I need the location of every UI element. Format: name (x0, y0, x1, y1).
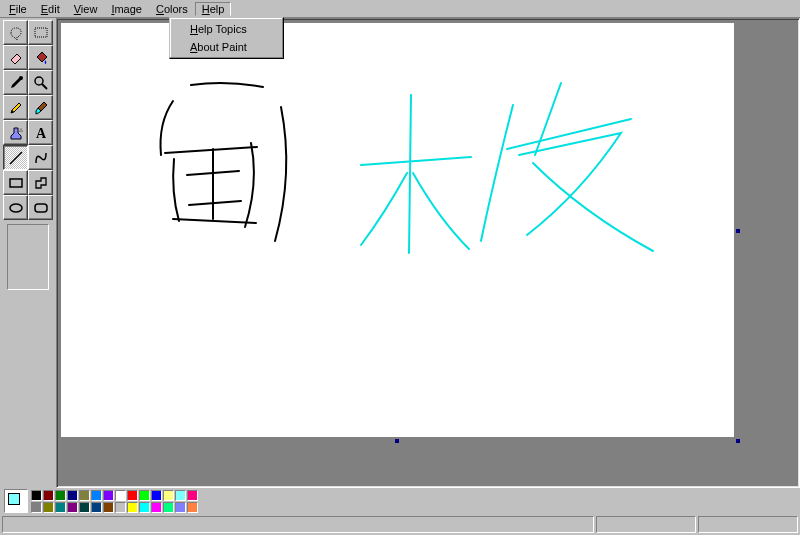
menu-colors[interactable]: Colors (149, 2, 195, 16)
menu-label: File (9, 3, 27, 15)
canvas-stroke (519, 133, 621, 235)
canvas-stroke (413, 173, 469, 249)
eraser-tool-button[interactable] (3, 45, 28, 70)
color-swatch[interactable] (31, 502, 42, 513)
menu-label: Image (111, 3, 142, 15)
color-swatch[interactable] (31, 490, 42, 501)
tool-options-box (7, 224, 49, 290)
rectangle-tool-icon (8, 175, 24, 191)
canvas-stroke (275, 107, 286, 241)
color-swatch[interactable] (127, 490, 138, 501)
fill-tool-icon (33, 50, 49, 66)
canvas-stroke (161, 101, 174, 155)
line-tool-icon (8, 150, 24, 166)
canvas-stroke (361, 173, 407, 245)
free-select-tool-button[interactable] (3, 20, 28, 45)
color-swatch[interactable] (151, 502, 162, 513)
color-swatch[interactable] (175, 502, 186, 513)
canvas-resize-handle-s[interactable] (395, 439, 399, 443)
menu-about-paint[interactable]: About Paint (172, 38, 281, 56)
color-swatch[interactable] (115, 490, 126, 501)
color-swatch[interactable] (55, 502, 66, 513)
color-swatch[interactable] (127, 502, 138, 513)
color-swatch[interactable] (103, 490, 114, 501)
color-swatch[interactable] (79, 502, 90, 513)
brush-tool-button[interactable] (28, 95, 53, 120)
pencil-tool-button[interactable] (3, 95, 28, 120)
color-swatch[interactable] (79, 490, 90, 501)
rounded-rect-tool-icon (33, 200, 49, 216)
color-swatch[interactable] (91, 490, 102, 501)
polygon-tool-icon (33, 175, 49, 191)
curve-tool-button[interactable] (28, 145, 53, 170)
canvas-stroke (409, 95, 411, 253)
canvas-resize-handle-se[interactable] (736, 439, 740, 443)
color-swatch[interactable] (55, 490, 66, 501)
pencil-tool-icon (8, 100, 24, 116)
canvas-stroke (245, 143, 254, 227)
status-size-pane (698, 516, 798, 533)
current-foreground-swatch (8, 493, 20, 505)
canvas-resize-handle-e[interactable] (736, 229, 740, 233)
color-swatch[interactable] (163, 490, 174, 501)
rectangle-tool-button[interactable] (3, 170, 28, 195)
dropdown-label: Help Topics (190, 23, 247, 35)
menu-label: Edit (41, 3, 60, 15)
menu-file[interactable]: File (2, 2, 34, 16)
menu-label: Colors (156, 3, 188, 15)
color-swatch[interactable] (43, 502, 54, 513)
toolbox (0, 18, 56, 488)
eraser-tool-icon (8, 50, 24, 66)
fill-tool-button[interactable] (28, 45, 53, 70)
menu-help-topics[interactable]: Help Topics (172, 20, 281, 38)
status-position-pane (596, 516, 696, 533)
text-tool-button[interactable] (28, 120, 53, 145)
color-swatch[interactable] (91, 502, 102, 513)
status-bar (0, 514, 800, 535)
canvas-stroke (189, 201, 241, 205)
text-tool-icon (33, 125, 49, 141)
color-swatch[interactable] (43, 490, 54, 501)
canvas-stroke (173, 219, 256, 223)
canvas-stroke (533, 163, 653, 251)
free-select-tool-icon (8, 25, 24, 41)
canvas-stroke (173, 159, 179, 221)
current-colors-box[interactable] (4, 489, 28, 513)
magnifier-tool-button[interactable] (28, 70, 53, 95)
polygon-tool-button[interactable] (28, 170, 53, 195)
brush-tool-icon (33, 100, 49, 116)
color-swatch[interactable] (139, 490, 150, 501)
color-swatch[interactable] (67, 490, 78, 501)
rect-select-tool-icon (33, 25, 49, 41)
line-tool-button[interactable] (3, 145, 28, 170)
airbrush-tool-button[interactable] (3, 120, 28, 145)
color-swatch[interactable] (175, 490, 186, 501)
airbrush-tool-icon (8, 125, 24, 141)
eyedropper-tool-button[interactable] (3, 70, 28, 95)
dropdown-label: About Paint (190, 41, 247, 53)
menu-edit[interactable]: Edit (34, 2, 67, 16)
color-swatch[interactable] (163, 502, 174, 513)
color-swatch[interactable] (115, 502, 126, 513)
color-swatch[interactable] (187, 502, 198, 513)
menu-help[interactable]: Help (195, 2, 232, 16)
canvas-stroke (191, 83, 263, 87)
drawing-canvas[interactable] (61, 23, 734, 437)
canvas-stroke (361, 157, 471, 165)
help-dropdown: Help Topics About Paint (169, 17, 284, 59)
color-swatch[interactable] (139, 502, 150, 513)
canvas-stroke (535, 83, 561, 155)
color-swatch[interactable] (151, 490, 162, 501)
color-swatch[interactable] (187, 490, 198, 501)
rounded-rect-tool-button[interactable] (28, 195, 53, 220)
canvas-stroke (165, 147, 257, 153)
menu-image[interactable]: Image (104, 2, 149, 16)
menu-label: View (74, 3, 98, 15)
rect-select-tool-button[interactable] (28, 20, 53, 45)
ellipse-tool-button[interactable] (3, 195, 28, 220)
color-swatch[interactable] (103, 502, 114, 513)
color-palette-row (0, 488, 800, 514)
menu-view[interactable]: View (67, 2, 105, 16)
color-swatch[interactable] (67, 502, 78, 513)
canvas-viewport (56, 18, 800, 488)
